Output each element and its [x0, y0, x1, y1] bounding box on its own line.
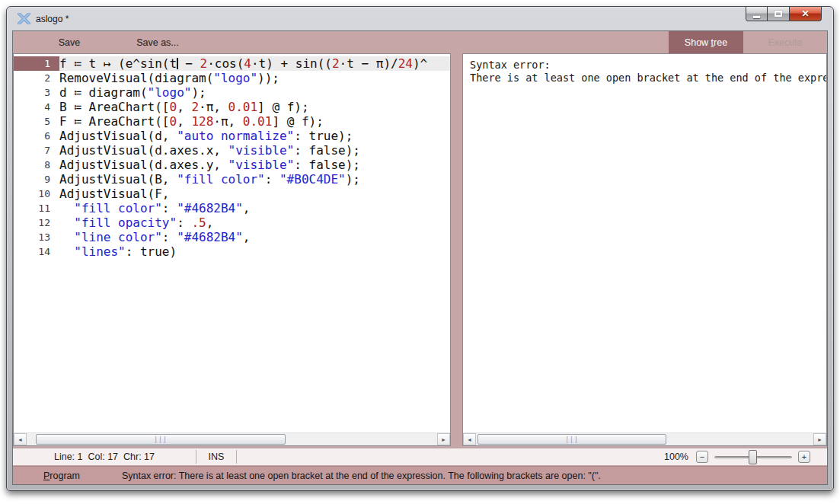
syntax-error-message: Syntax error: There is at least one open… — [122, 471, 601, 481]
code-line[interactable]: "line color": "#4682B4", — [59, 230, 450, 244]
line-number: 11 — [14, 201, 59, 215]
toolbar: Save Save as... Show tree Execute — [13, 31, 827, 53]
line-number: 8 — [14, 158, 59, 172]
line-number: 12 — [14, 215, 59, 230]
line-number: 3 — [14, 85, 59, 100]
code-line[interactable]: AdjustVisual(d.axes.x, "visible": false)… — [59, 143, 450, 158]
insert-mode-indicator: INS — [196, 448, 236, 465]
code-line[interactable]: AdjustVisual(B, "fill color": "#B0C4DE")… — [59, 172, 450, 187]
scroll-left-arrow-icon[interactable]: ◄ — [463, 433, 476, 445]
zoom-in-button[interactable]: + — [798, 451, 810, 463]
line-number: 13 — [14, 230, 59, 244]
code-editor-pane: 1234567891011121314 f ≔ t ↦ (e^sin(t − 2… — [13, 53, 451, 446]
main-split-view: 1234567891011121314 f ≔ t ↦ (e^sin(t − 2… — [13, 53, 827, 446]
line-number: 6 — [14, 129, 59, 143]
grip-icon: ||| — [565, 436, 578, 443]
app-window: aslogo * ✕ Save Save as... Show tree Exe… — [6, 6, 834, 491]
scroll-right-arrow-icon[interactable]: ► — [437, 433, 450, 445]
pane-splitter[interactable] — [451, 53, 462, 446]
editor-hscrollbar[interactable]: ◄ ||| ► — [14, 432, 450, 445]
code-area[interactable]: f ≔ t ↦ (e^sin(t − 2·cos(4·t) + sin((2·t… — [59, 56, 450, 432]
editor-hscroll-track[interactable]: ||| — [27, 433, 437, 445]
code-line[interactable]: "lines": true) — [59, 244, 450, 259]
code-line[interactable]: F ≔ AreaChart([0, 128·π, 0.01] @ f); — [59, 114, 450, 129]
line-number: 10 — [14, 187, 59, 201]
code-line[interactable]: "fill color": "#4682B4", — [59, 201, 450, 215]
line-number: 1 — [14, 56, 59, 71]
show-tree-button[interactable]: Show tree — [669, 31, 743, 53]
code-line[interactable]: B ≔ AreaChart([0, 2·π, 0.01] @ f); — [59, 100, 450, 114]
grip-icon: ||| — [154, 436, 167, 443]
message-context-link[interactable]: Program — [43, 471, 80, 481]
minimize-button[interactable] — [746, 7, 768, 21]
zoom-control: 100% − + — [664, 448, 827, 465]
maximize-button[interactable] — [768, 7, 789, 21]
window-title: aslogo * — [36, 14, 69, 24]
caret-position-status: Line: 1 Col: 17 Chr: 17 — [13, 448, 196, 465]
line-number: 4 — [14, 100, 59, 114]
zoom-level-label: 100% — [664, 451, 688, 462]
output-line: There is at least one open bracket at th… — [470, 72, 826, 85]
maximize-icon — [775, 11, 782, 17]
zoom-slider[interactable] — [714, 450, 792, 464]
status-bar: Line: 1 Col: 17 Chr: 17 INS 100% − + — [13, 448, 827, 465]
code-line[interactable]: AdjustVisual(d, "auto normalize": true); — [59, 129, 450, 143]
line-number: 9 — [14, 172, 59, 187]
zoom-out-button[interactable]: − — [696, 451, 708, 463]
execute-button[interactable]: Execute — [743, 31, 827, 53]
app-logo-icon — [18, 13, 30, 24]
code-line[interactable]: d ≔ diagram("logo"); — [59, 85, 450, 100]
output-line: Syntax error: — [470, 59, 826, 72]
code-line[interactable]: "fill opacity": .5, — [59, 215, 450, 230]
client-area: Save Save as... Show tree Execute 123456… — [12, 30, 828, 485]
line-number: 14 — [14, 244, 59, 259]
output-hscroll-track[interactable]: ||| — [476, 433, 813, 445]
output-hscrollbar[interactable]: ◄ ||| ► — [463, 432, 826, 445]
code-line[interactable]: AdjustVisual(d.axes.y, "visible": false)… — [59, 158, 450, 172]
save-as-button[interactable]: Save as... — [120, 31, 196, 53]
output-hscroll-thumb[interactable]: ||| — [477, 434, 666, 445]
title-bar[interactable]: aslogo * ✕ — [12, 7, 828, 30]
line-number: 2 — [14, 71, 59, 85]
minimize-icon — [753, 16, 760, 18]
code-line[interactable]: f ≔ t ↦ (e^sin(t − 2·cos(4·t) + sin((2·t… — [59, 56, 450, 71]
close-button[interactable]: ✕ — [789, 7, 822, 21]
line-number-gutter: 1234567891011121314 — [14, 56, 59, 432]
message-bar: Program Syntax error: There is at least … — [13, 466, 827, 484]
code-editor[interactable]: 1234567891011121314 f ≔ t ↦ (e^sin(t − 2… — [14, 54, 450, 432]
output-pane: Syntax error:There is at least one open … — [462, 53, 827, 446]
save-button[interactable]: Save — [40, 31, 98, 53]
scroll-right-arrow-icon[interactable]: ► — [813, 433, 826, 445]
code-line[interactable]: AdjustVisual(F, — [59, 187, 450, 201]
scroll-left-arrow-icon[interactable]: ◄ — [14, 433, 27, 445]
line-number: 7 — [14, 143, 59, 158]
editor-hscroll-thumb[interactable]: ||| — [36, 434, 286, 445]
close-icon: ✕ — [801, 9, 809, 18]
line-number: 5 — [14, 114, 59, 129]
zoom-slider-thumb[interactable] — [749, 450, 757, 464]
error-output: Syntax error:There is at least one open … — [463, 54, 826, 432]
code-line[interactable]: RemoveVisual(diagram("logo")); — [59, 71, 450, 85]
